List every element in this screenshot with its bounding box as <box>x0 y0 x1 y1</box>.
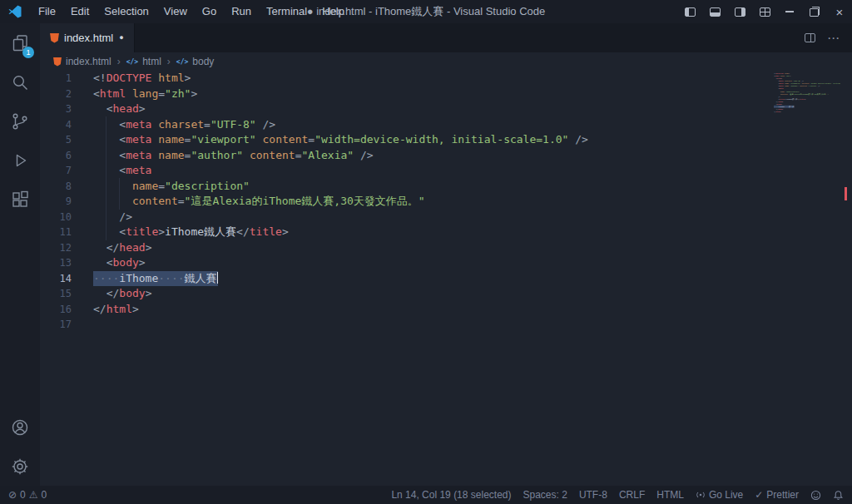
line-number[interactable]: 5 <box>40 132 72 148</box>
breadcrumb-body[interactable]: body <box>192 56 214 67</box>
go-live-button[interactable]: Go Live <box>696 489 743 501</box>
split-editor-icon[interactable] <box>805 33 815 42</box>
notifications-button[interactable] <box>833 490 844 501</box>
check-icon: ✓ <box>755 489 763 501</box>
menu-item-view[interactable]: View <box>156 0 195 23</box>
modified-dot-icon[interactable]: ● <box>119 34 123 42</box>
eol-status[interactable]: CRLF <box>619 489 645 501</box>
line-number[interactable]: 3 <box>40 101 72 117</box>
code-line[interactable]: 12 </head> <box>40 240 852 256</box>
line-number[interactable]: 10 <box>40 210 72 225</box>
code-line[interactable]: 14····iThome····鐵人賽 <box>40 271 852 287</box>
problems-indicator[interactable]: ⊘ 0 ⚠ 0 <box>8 489 47 501</box>
code-line[interactable]: 15 </body> <box>40 286 852 302</box>
sidebar-item-search[interactable] <box>0 62 40 101</box>
toggle-panel-icon[interactable] <box>702 0 727 23</box>
toggle-sidebar-icon[interactable] <box>677 0 702 23</box>
close-button[interactable]: × <box>827 0 852 23</box>
warning-icon: ⚠ <box>29 489 38 501</box>
code-line[interactable]: 5 <meta name="viewport" content="width=d… <box>40 132 852 148</box>
line-number[interactable]: 14 <box>40 271 72 287</box>
customize-layout-icon[interactable] <box>752 0 777 23</box>
error-count: 0 <box>20 489 26 501</box>
code-line[interactable]: 4 <meta charset="UTF-8" /> <box>40 117 852 133</box>
go-live-label: Go Live <box>709 489 743 501</box>
line-number[interactable]: 16 <box>40 302 72 318</box>
more-actions-icon[interactable]: ⋯ <box>827 31 840 46</box>
sidebar-item-explorer[interactable]: 1 <box>0 23 40 62</box>
symbol-element-icon: </> <box>176 58 188 66</box>
code-line[interactable]: 17 <box>40 317 852 333</box>
line-number[interactable]: 2 <box>40 86 72 102</box>
code-lines: 1<!DOCTYPE html>2<html lang="zh">3 <head… <box>40 71 852 333</box>
menu-item-run[interactable]: Run <box>224 0 259 23</box>
code-line[interactable]: 9 content="這是Alexia的iThome鐵人賽,30天發文作品。" <box>40 194 852 210</box>
breadcrumb-file[interactable]: index.html <box>66 56 111 67</box>
code-editor[interactable]: 1<!DOCTYPE html>2<html lang="zh">3 <head… <box>40 71 852 486</box>
toggle-secondary-sidebar-icon[interactable] <box>727 0 752 23</box>
warning-count: 0 <box>42 489 47 501</box>
language-mode[interactable]: HTML <box>656 489 684 501</box>
code-line[interactable]: 2<html lang="zh"> <box>40 86 852 102</box>
menu-bar: File Edit Selection View Go Run Terminal… <box>31 0 352 23</box>
formatter-status[interactable]: ✓ Prettier <box>755 489 799 501</box>
code-line[interactable]: 6 <meta name="author" content="Alexia" /… <box>40 148 852 164</box>
source-control-icon <box>10 111 30 131</box>
accounts-button[interactable] <box>0 408 40 447</box>
encoding-status[interactable]: UTF-8 <box>579 489 607 501</box>
sidebar-item-extensions[interactable] <box>0 180 40 219</box>
code-line[interactable]: 16</html> <box>40 302 852 318</box>
overview-ruler-mark <box>845 187 847 200</box>
menu-item-file[interactable]: File <box>31 0 63 23</box>
code-line[interactable]: 11 <title>iThome鐵人賽</title> <box>40 225 852 240</box>
code-line <box>774 113 840 116</box>
code-line[interactable]: 13 <body> <box>40 255 852 271</box>
line-number[interactable]: 1 <box>40 71 72 86</box>
explorer-badge: 1 <box>22 47 34 58</box>
menu-item-selection[interactable]: Selection <box>97 0 156 23</box>
line-number[interactable]: 17 <box>40 317 72 333</box>
sidebar-item-source-control[interactable] <box>0 101 40 141</box>
line-number[interactable]: 6 <box>40 148 72 164</box>
code-line[interactable]: 10 /> <box>40 210 852 225</box>
menu-item-help[interactable]: Help <box>315 0 352 23</box>
line-number[interactable]: 7 <box>40 163 72 179</box>
editor-group: index.html ● ⋯ index.html › </> html › <… <box>40 23 852 486</box>
restore-button[interactable] <box>802 0 827 23</box>
line-number[interactable]: 13 <box>40 255 72 271</box>
code-line[interactable]: 7 <meta <box>40 163 852 179</box>
line-number[interactable]: 15 <box>40 286 72 302</box>
line-number[interactable]: 11 <box>40 225 72 240</box>
line-number[interactable]: 4 <box>40 117 72 133</box>
feedback-button[interactable] <box>810 490 821 501</box>
indentation-status[interactable]: Spaces: 2 <box>523 489 567 501</box>
html-file-icon <box>53 57 62 67</box>
minimap[interactable]: <!DOCTYPE html><html lang="zh"> <head> <… <box>774 72 840 180</box>
code-line[interactable]: 1<!DOCTYPE html> <box>40 71 852 86</box>
line-number[interactable]: 12 <box>40 240 72 256</box>
tab-index-html[interactable]: index.html ● <box>40 23 135 52</box>
breadcrumb-html[interactable]: html <box>142 56 161 67</box>
chevron-right-icon: › <box>167 56 171 67</box>
settings-button[interactable] <box>0 447 40 486</box>
gear-icon <box>10 457 30 477</box>
text-cursor <box>217 272 219 284</box>
sidebar-item-run-debug[interactable] <box>0 141 40 180</box>
activity-bar: 1 <box>0 23 40 486</box>
line-number[interactable]: 8 <box>40 179 72 195</box>
menu-item-go[interactable]: Go <box>195 0 224 23</box>
line-number[interactable]: 9 <box>40 194 72 210</box>
smiley-icon <box>810 490 821 501</box>
cursor-position[interactable]: Ln 14, Col 19 (18 selected) <box>391 489 511 501</box>
bell-icon <box>833 490 844 501</box>
editor-actions: ⋯ <box>805 23 852 52</box>
code-line[interactable]: 3 <head> <box>40 101 852 117</box>
minimize-button[interactable] <box>777 0 802 23</box>
tab-label: index.html <box>64 32 113 44</box>
extensions-icon <box>10 190 30 210</box>
menu-item-terminal[interactable]: Terminal <box>259 0 315 23</box>
formatter-label: Prettier <box>766 489 799 501</box>
account-icon <box>10 418 30 437</box>
code-line[interactable]: 8 name="description" <box>40 179 852 195</box>
menu-item-edit[interactable]: Edit <box>63 0 97 23</box>
